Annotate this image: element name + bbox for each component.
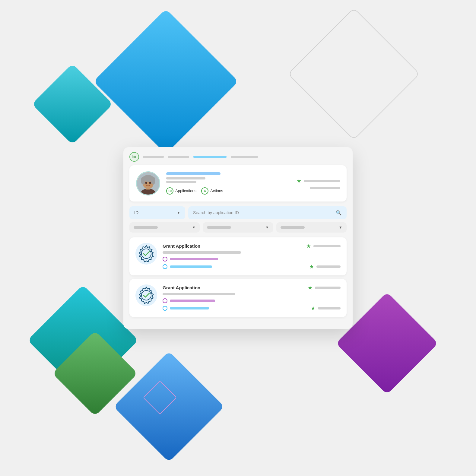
svg-point-7 [145,182,147,183]
filter-dropdown-2[interactable]: ▼ [203,222,273,233]
actions-count-circle: 4 [201,187,208,195]
profile-badges: 10 Applications 4 Actions [166,187,290,195]
avatar [136,171,160,195]
app-star-icon-2b: ★ [311,305,316,312]
svg-point-8 [149,182,151,183]
diamond-blue [94,9,239,154]
meta-blue-line-2 [170,307,209,309]
app-card-1[interactable]: Grant Application ★ i › ★ [129,237,347,275]
profile-name-line [166,172,221,175]
svg-point-10 [141,290,151,300]
dropdown-chevron-icon: ▼ [177,211,180,215]
profile-sub-line-2 [166,181,196,183]
title-bar-lines [143,156,258,158]
app-star-row-2: ★ [308,284,341,291]
title-line-1 [143,156,164,158]
app-details-1: Grant Application ★ i › ★ [163,243,341,270]
app-logo: b› [129,152,139,162]
filter-dropdown-3[interactable]: ▼ [276,222,347,233]
meta-purple-line-1 [170,258,218,260]
meta-info-icon-1: i [163,257,167,262]
diamond-green [52,331,138,416]
applications-label: Applications [175,189,196,193]
meta-arrow-icon-2: › [163,306,167,311]
profile-info: 10 Applications 4 Actions [166,172,290,195]
filter-dropdown-1[interactable]: ▼ [129,222,200,233]
star-icon: ★ [297,178,301,184]
profile-line-2 [310,187,340,189]
app-star-row-1: ★ [306,243,341,249]
filter-line-1 [134,226,158,229]
app-star-icon-1: ★ [306,243,311,249]
id-dropdown[interactable]: ID ▼ [129,206,185,219]
app-title-1: Grant Application [163,243,200,249]
profile-card: 10 Applications 4 Actions ★ [129,165,347,202]
app-desc-line-1 [163,251,241,254]
profile-star-row: ★ [297,178,340,184]
actions-badge: 4 Actions [201,187,223,195]
app-desc-line-2 [163,293,235,295]
app-bottom-row-2: › ★ [163,305,341,312]
profile-star-line [304,180,340,182]
diamond-blue-bottom [113,351,224,462]
app-star-line-2 [315,287,341,289]
filter-chevron-icon-1: ▼ [192,225,195,230]
app-star-line-1 [313,245,341,247]
search-area: ID ▼ Search by application ID 🔍 [129,206,347,219]
app-meta-row-2a: i [163,298,341,303]
app-title-2: Grant Application [163,285,200,290]
main-window: b› [123,147,353,329]
search-icon: 🔍 [336,210,342,216]
svg-point-5 [141,176,145,184]
title-line-2 [168,156,189,158]
filter-chevron-icon-3: ▼ [339,225,342,230]
app-title-row-2: Grant Application ★ [163,284,341,291]
filter-line-2 [207,226,231,229]
app-bottom-row-1: › ★ [163,263,341,270]
search-placeholder: Search by application ID [193,210,239,215]
filter-row: ▼ ▼ ▼ [129,222,347,233]
diamond-teal-right [32,64,113,145]
app-star-line-1b [316,265,341,268]
grant-badge-icon-1 [135,243,157,265]
dropdown-label: ID [134,210,138,215]
diamond-teal [27,285,138,396]
svg-point-9 [141,249,151,259]
app-title-row-1: Grant Application ★ [163,243,341,249]
app-star-icon-2: ★ [308,284,313,291]
applications-badge: 10 Applications [166,187,196,195]
meta-blue-line-1 [170,265,212,268]
main-content: 10 Applications 4 Actions ★ [123,165,353,317]
filter-line-3 [281,226,305,229]
app-details-2: Grant Application ★ i › ★ [163,284,341,312]
title-line-3 [231,156,258,158]
avatar-image [137,172,159,195]
meta-arrow-icon-1: › [163,264,167,269]
filter-chevron-icon-2: ▼ [265,225,269,230]
diamond-gray [288,8,420,140]
app-meta-row-1b: › [163,264,307,269]
app-star-line-2b [318,307,341,309]
diamond-purple-small [143,380,177,414]
meta-info-icon-2: i [163,298,167,303]
svg-point-6 [151,176,155,184]
profile-sub-line-1 [166,177,205,179]
app-meta-row-2b: › [163,306,308,311]
app-meta-row-1a: i [163,257,341,262]
title-line-active [193,156,227,158]
app-star-icon-1b: ★ [309,263,314,270]
grant-badge-icon-2 [135,284,157,306]
title-bar: b› [123,147,353,165]
meta-purple-line-2 [170,300,215,302]
profile-right: ★ [297,178,340,189]
app-card-2[interactable]: Grant Application ★ i › ★ [129,279,347,317]
search-input-wrap[interactable]: Search by application ID 🔍 [188,206,347,219]
actions-label: Actions [210,189,223,193]
applications-count-circle: 10 [166,187,173,195]
